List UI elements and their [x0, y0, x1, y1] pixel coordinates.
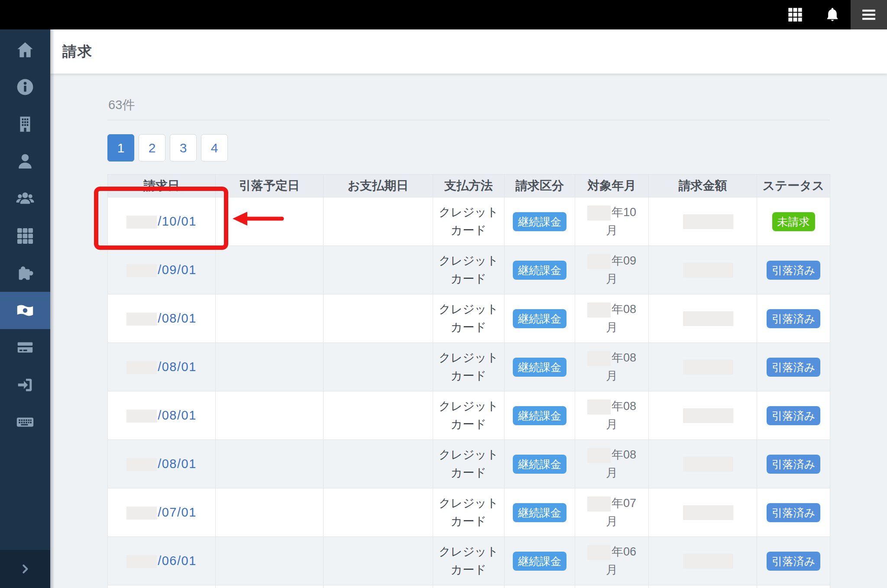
cell-billing-category: [505, 585, 575, 588]
redacted-year: [126, 264, 157, 277]
redacted-amount: [683, 554, 733, 569]
redacted-year: [587, 497, 611, 511]
sidebar-item-keyboard[interactable]: [0, 404, 50, 441]
redacted-year: [126, 216, 157, 229]
redacted-amount: [683, 457, 733, 472]
cell-billing-date: /08/01: [108, 294, 216, 343]
billing-date-link[interactable]: /07/01: [158, 505, 197, 519]
category-badge: 継続課金: [513, 261, 567, 280]
cell-debit-date: [216, 343, 324, 391]
table-row: クレジットカード: [108, 585, 830, 588]
redacted-year: [587, 448, 611, 463]
cell-target-month: 年06月: [575, 537, 649, 585]
status-badge: 未請求: [772, 212, 815, 231]
redacted-year: [126, 410, 157, 423]
redacted-amount: [683, 263, 733, 278]
pagination: 1234: [107, 134, 830, 162]
cell-billing-date: /08/01: [108, 440, 216, 488]
cell-status: 引落済み: [757, 537, 830, 585]
pagination-page-4[interactable]: 4: [201, 134, 228, 162]
users-group-icon: [15, 189, 35, 209]
cell-status: 引落済み: [757, 343, 830, 391]
redacted-amount: [683, 408, 733, 423]
cell-payment-method: クレジットカード: [433, 488, 505, 537]
sidebar-item-billing[interactable]: [0, 292, 50, 329]
cell-billing-category: 継続課金: [505, 343, 575, 391]
cell-payment-due: [324, 440, 433, 488]
sidebar-item-card[interactable]: [0, 329, 50, 366]
table-row: /10/01クレジットカード継続課金年10月未請求: [108, 197, 830, 246]
cell-target-month: 年07月: [575, 488, 649, 537]
redacted-year: [587, 545, 611, 560]
sidebar-item-users[interactable]: [0, 180, 50, 217]
cell-billing-date: /08/01: [108, 391, 216, 440]
billing-date-link[interactable]: /08/01: [158, 311, 197, 325]
cell-billing-date: /07/01: [108, 488, 216, 537]
cell-payment-due: [324, 343, 433, 391]
pagination-page-1[interactable]: 1: [107, 134, 134, 162]
record-count: 63件: [107, 97, 830, 114]
billing-date-link[interactable]: /08/01: [158, 360, 197, 374]
redacted-year: [587, 254, 611, 269]
sidebar-item-plugins[interactable]: [0, 255, 50, 292]
main-content: 請求 63件 1234 請求日引落予定日お支払期日支払方法請求区分対象年月請求金…: [50, 29, 887, 588]
sidebar-item-signin[interactable]: [0, 366, 50, 404]
cell-target-month: 年08月: [575, 294, 649, 343]
cell-target-month: 年08月: [575, 391, 649, 440]
sign-in-icon: [15, 375, 35, 395]
cell-billing-date: /06/01: [108, 537, 216, 585]
payment-method: クレジットカード: [436, 397, 501, 434]
screen: 請求 63件 1234 請求日引落予定日お支払期日支払方法請求区分対象年月請求金…: [0, 0, 887, 588]
category-badge: 継続課金: [513, 552, 567, 571]
table-row: /09/01クレジットカード継続課金年09月引落済み: [108, 246, 830, 294]
column-header: 請求金額: [649, 174, 757, 197]
redacted-year: [587, 206, 611, 220]
page-title: 請求: [62, 42, 93, 61]
category-badge: 継続課金: [513, 503, 567, 522]
cell-payment-method: クレジットカード: [433, 537, 505, 585]
keyboard-icon: [15, 412, 35, 432]
cell-billing-category: 継続課金: [505, 537, 575, 585]
cell-status: 未請求: [757, 197, 830, 246]
cell-amount: [649, 488, 757, 537]
category-badge: 継続課金: [513, 455, 567, 474]
cell-payment-due: [324, 294, 433, 343]
billing-date-link[interactable]: /08/01: [158, 457, 197, 471]
cell-status: 引落済み: [757, 294, 830, 343]
cell-payment-due: [324, 537, 433, 585]
pagination-page-3[interactable]: 3: [170, 134, 197, 162]
chevron-right-icon: [17, 561, 33, 577]
cell-amount: [649, 294, 757, 343]
cell-payment-method: クレジットカード: [433, 197, 505, 246]
cell-billing-category: 継続課金: [505, 294, 575, 343]
sidebar-item-user[interactable]: [0, 143, 50, 180]
building-icon: [15, 114, 35, 134]
billing-date-link[interactable]: /08/01: [158, 408, 197, 422]
status-badge: 引落済み: [767, 406, 821, 425]
menu-button[interactable]: [851, 0, 887, 29]
billing-date-link[interactable]: /10/01: [158, 214, 197, 228]
cell-payment-due: [324, 585, 433, 588]
billing-date-link[interactable]: /09/01: [158, 263, 197, 277]
sidebar-collapse-button[interactable]: [0, 550, 50, 588]
apps-grid-icon[interactable]: [787, 6, 804, 23]
billing-table: 請求日引落予定日お支払期日支払方法請求区分対象年月請求金額ステータス /10/0…: [107, 174, 830, 588]
cell-payment-due: [324, 391, 433, 440]
table-row: /08/01クレジットカード継続課金年08月引落済み: [108, 440, 830, 488]
status-badge: 引落済み: [767, 261, 821, 280]
sidebar-item-company[interactable]: [0, 106, 50, 143]
pagination-page-2[interactable]: 2: [139, 134, 165, 162]
page-header: 請求: [50, 29, 887, 74]
column-header: 請求区分: [505, 174, 575, 197]
redacted-amount: [683, 505, 733, 520]
notifications-bell-icon[interactable]: [824, 6, 841, 23]
cell-billing-category: 継続課金: [505, 488, 575, 537]
sidebar-item-home[interactable]: [0, 31, 50, 68]
status-badge: 引落済み: [767, 309, 821, 328]
content-body: 63件 1234 請求日引落予定日お支払期日支払方法請求区分対象年月請求金額ステ…: [50, 74, 887, 588]
sidebar-item-apps[interactable]: [0, 217, 50, 255]
billing-date-link[interactable]: /06/01: [158, 554, 197, 568]
sidebar-item-info[interactable]: [0, 68, 50, 106]
column-header: 支払方法: [433, 174, 505, 197]
info-circle-icon: [15, 77, 35, 97]
